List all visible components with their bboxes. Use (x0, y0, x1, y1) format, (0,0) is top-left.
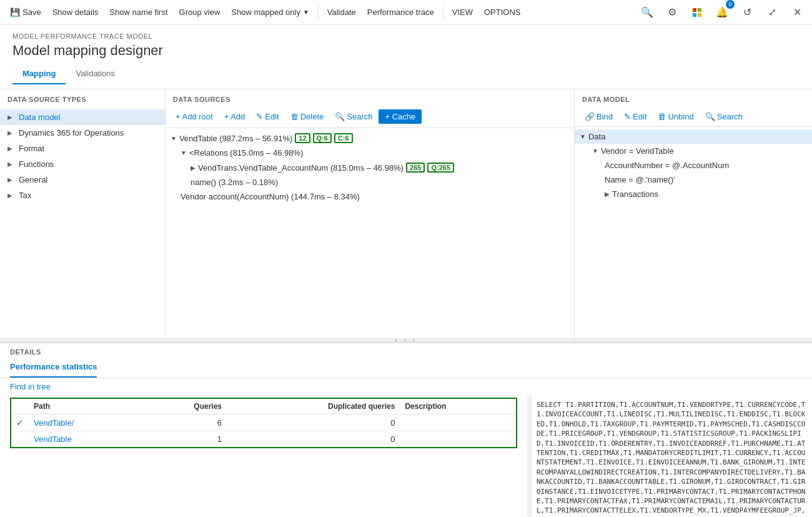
bottom-section: DETAILS Performance statistics Find in t… (0, 342, 812, 517)
search-toolbar-button[interactable]: 🔍 (637, 3, 657, 23)
main-container: MODEL PERFORMANCE TRACE MODEL Model mapp… (0, 25, 812, 517)
expand-button[interactable]: ⤢ (762, 3, 782, 23)
left-item-tax[interactable]: ▶ Tax (0, 188, 165, 203)
toolbar-divider-1 (318, 5, 319, 20)
performance-table: Path Queries Duplicated queries Descript… (10, 398, 517, 448)
row-path[interactable]: VendTable (29, 431, 142, 448)
delete-button[interactable]: 🗑 Delete (285, 109, 329, 124)
col-description: Description (400, 398, 517, 414)
expand-icon: ▶ (7, 192, 15, 199)
show-details-button[interactable]: Show details (47, 5, 104, 19)
row-queries: 1 (142, 431, 227, 448)
row-queries: 6 (142, 414, 227, 431)
expand-icon: ▶ (7, 145, 15, 152)
row-duplicated: 0 (227, 414, 400, 431)
search-ds-button[interactable]: 🔍 Search (330, 109, 377, 124)
delete-icon: 🗑 (290, 112, 299, 121)
badge-12: 12 (295, 133, 310, 143)
notifications-button[interactable]: 🔔 0 (712, 3, 732, 23)
row-duplicated: 0 (227, 431, 400, 448)
save-icon: 💾 (10, 8, 20, 17)
left-item-functions[interactable]: ▶ Functions (0, 156, 165, 172)
edit-pencil-icon: ✎ (624, 112, 631, 121)
edit-ds-button[interactable]: ✎ Edit (251, 109, 284, 124)
expand-arrow-icon: ▼ (580, 133, 586, 140)
tab-mapping[interactable]: Mapping (12, 65, 66, 84)
add-root-button[interactable]: + Add root (171, 109, 218, 124)
middle-panel-header: DATA SOURCES (166, 89, 574, 106)
expand-icon: ▶ (7, 161, 15, 168)
badge-q265: Q:265 (427, 163, 454, 173)
find-in-tree-link[interactable]: Find in tree (10, 382, 51, 391)
model-label: MODEL PERFORMANCE TRACE MODEL (12, 33, 800, 40)
toolbar-right: 🔍 ⚙ 🔔 0 ↺ ⤢ ✕ (637, 3, 807, 23)
bind-icon: 🔗 (585, 112, 595, 121)
left-panel-header: DATA SOURCE TYPES (0, 89, 165, 107)
bind-button[interactable]: 🔗 Bind (580, 109, 618, 124)
ds-item-vendtable[interactable]: ▼ VendTable (987.2ms – 56.91%) 12 Q:6 C:… (166, 131, 574, 146)
show-name-first-button[interactable]: Show name first (104, 5, 172, 19)
col-check (11, 398, 29, 414)
left-item-format[interactable]: ▶ Format (0, 141, 165, 156)
edit-dm-button[interactable]: ✎ Edit (619, 109, 651, 124)
show-mapped-only-button[interactable]: Show mapped only ▼ (226, 5, 314, 19)
expand-arrow-icon: ▼ (592, 148, 598, 154)
toolbar-divider-2 (443, 5, 443, 20)
ds-item-relations[interactable]: ▼ <Relations (815.0ms – 46.98%) (166, 146, 574, 160)
save-button[interactable]: 💾 Save (5, 5, 46, 19)
badge-c6: C:6 (334, 133, 353, 143)
svg-rect-0 (693, 8, 696, 12)
svg-rect-3 (698, 13, 701, 17)
header-tabs: Mapping Validations (12, 65, 800, 84)
dm-item-transactions[interactable]: ▶ Transactions (575, 187, 812, 201)
validate-button[interactable]: Validate (322, 5, 361, 19)
dm-tree: ▼ Data ▼ Vendor = VendTable AccountNumbe… (575, 127, 812, 338)
tab-validations[interactable]: Validations (66, 65, 125, 84)
table-row: ✓ VendTable/ 6 0 (11, 414, 517, 431)
dm-item-name-eq[interactable]: Name = @.'name()' (575, 173, 812, 187)
ds-item-name[interactable]: name() (3.2ms – 0.18%) (166, 175, 574, 189)
ds-item-vendor-account[interactable]: Vendor account(AccountNum) (144.7ms – 8.… (166, 189, 574, 204)
view-button[interactable]: VIEW (447, 5, 478, 19)
ds-item-vendtrans[interactable]: ▶ VendTrans.VendTable_AccountNum (815.0m… (166, 160, 574, 175)
dm-item-vendor-vendtable[interactable]: ▼ Vendor = VendTable (575, 144, 812, 158)
table-panel: Path Queries Duplicated queries Descript… (0, 395, 527, 517)
row-path[interactable]: VendTable/ (29, 414, 142, 431)
settings-button[interactable]: ⚙ (662, 3, 682, 23)
close-button[interactable]: ✕ (787, 3, 807, 23)
search-dm-button[interactable]: 🔍 Search (700, 109, 748, 124)
left-item-general[interactable]: ▶ General (0, 172, 165, 188)
perf-tab-statistics[interactable]: Performance statistics (10, 358, 97, 378)
expand-arrow-icon: ▶ (605, 191, 610, 198)
col-duplicated: Duplicated queries (227, 398, 400, 414)
refresh-button[interactable]: ↺ (737, 3, 757, 23)
sql-text: SELECT T1.PARTITION,T1.ACCOUNTNUM,T1.VEN… (537, 401, 805, 517)
group-view-button[interactable]: Group view (174, 5, 225, 19)
performance-tabs: Performance statistics (0, 358, 812, 378)
add-button[interactable]: + Add (219, 109, 250, 124)
row-description (400, 414, 517, 431)
search-icon: 🔍 (335, 112, 345, 121)
performance-trace-button[interactable]: Performance trace (362, 5, 439, 19)
left-panel: DATA SOURCE TYPES ▶ Data model ▶ Dynamic… (0, 89, 166, 338)
row-check: ✓ (11, 414, 29, 431)
expand-icon: ▶ (7, 176, 15, 183)
dm-item-data[interactable]: ▼ Data (575, 129, 812, 144)
left-panel-tree: ▶ Data model ▶ Dynamics 365 for Operatio… (0, 107, 165, 338)
options-button[interactable]: OPTIONS (479, 5, 526, 19)
dm-item-accountnumber[interactable]: AccountNumber = @.AccountNum (575, 158, 812, 173)
table-row: VendTable 1 0 (11, 431, 517, 448)
badge-265: 265 (406, 163, 425, 173)
performance-table-body: ✓ VendTable/ 6 0 VendTable 1 0 (11, 414, 517, 448)
details-label: DETAILS (0, 343, 812, 358)
three-panel: DATA SOURCE TYPES ▶ Data model ▶ Dynamic… (0, 89, 812, 338)
expand-arrow-icon: ▶ (191, 164, 196, 171)
badge-q6: Q:6 (313, 133, 332, 143)
edit-icon: ✎ (256, 112, 263, 121)
office-button[interactable] (687, 3, 707, 23)
unbind-button[interactable]: 🗑 Unbind (653, 109, 698, 124)
cache-button[interactable]: + Cache (379, 109, 422, 124)
bottom-panels: Path Queries Duplicated queries Descript… (0, 395, 812, 517)
left-item-dynamics365[interactable]: ▶ Dynamics 365 for Operations (0, 125, 165, 141)
left-item-data-model[interactable]: ▶ Data model (0, 109, 165, 125)
